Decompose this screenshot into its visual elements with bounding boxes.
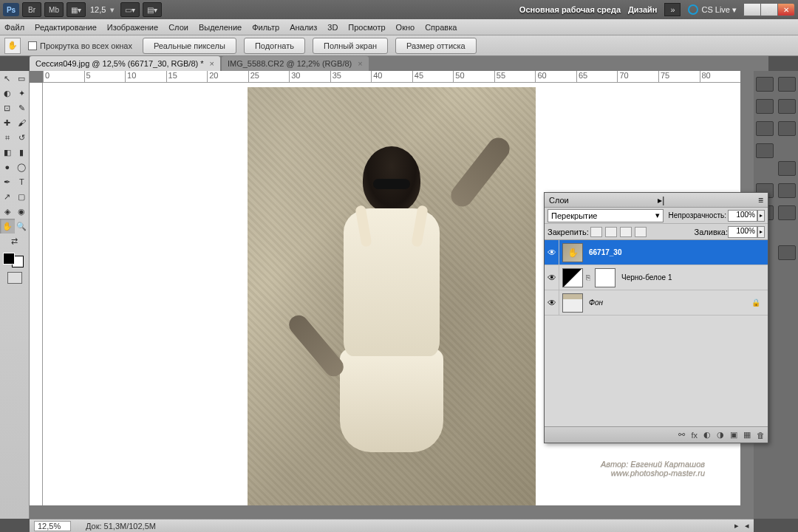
menu-help[interactable]: Справка [425,23,457,32]
menu-analysis[interactable]: Анализ [290,23,317,32]
gradient-tool[interactable]: ▮ [15,145,30,160]
panel-button[interactable] [756,99,774,114]
full-screen-button[interactable]: Полный экран [313,38,388,54]
lock-pixels-button[interactable] [605,227,617,237]
workspace-design[interactable]: Дизайн [628,5,657,14]
layer-name[interactable]: Фон [586,299,751,307]
arrange-docs-button[interactable]: ▦▾ [66,2,86,17]
panel-button[interactable] [778,161,796,176]
panel-button[interactable] [778,183,796,198]
layer-row[interactable]: 👁 Фон 🔒 [545,290,768,316]
layer-name[interactable]: 66717_30 [586,248,768,256]
fill-input[interactable]: 100% [728,226,757,238]
stamp-tool[interactable]: ⌗ [0,130,15,145]
visibility-toggle-icon[interactable]: 👁 [545,240,559,265]
visibility-toggle-icon[interactable]: 👁 [545,265,559,290]
document-tab[interactable]: IMG_5588.CR2 @ 12,2% (RGB/8) × [222,56,369,71]
menu-edit[interactable]: Редактирование [35,23,97,32]
layer-thumbnail[interactable]: ✋ [562,243,583,262]
hand-tool-icon[interactable]: ✋ [4,38,21,54]
cslive-button[interactable]: CS Live ▾ [688,4,737,15]
adjustment-layer-button[interactable]: ◑ [717,430,724,440]
workspace-label[interactable]: Основная рабочая среда [519,5,621,14]
document-tab-active[interactable]: Сессия049.jpg @ 12,5% (66717_30, RGB/8) … [30,56,220,71]
3d-tool[interactable]: ◈ [0,204,15,219]
blend-mode-select[interactable]: Перекрытие▾ [548,209,664,222]
panel-button[interactable] [778,205,796,220]
wand-tool[interactable]: ✦ [15,86,30,100]
swap-colors-icon[interactable]: ⇄ [0,233,29,248]
chevron-down-icon[interactable]: ▾ [110,5,115,15]
maximize-button[interactable]: ▢ [760,3,778,16]
layer-name[interactable]: Черно-белое 1 [618,273,768,282]
lasso-tool[interactable]: ◐ [0,86,15,100]
add-mask-button[interactable]: ◐ [703,430,711,440]
lock-position-button[interactable] [620,227,632,237]
scroll-left-icon[interactable]: ◂ [745,521,749,531]
extras-button[interactable]: ▤▾ [143,2,162,17]
opacity-flyout-button[interactable]: ▸ [757,210,765,222]
menu-file[interactable]: Файл [4,23,24,32]
eraser-tool[interactable]: ◧ [0,145,15,160]
shape-tool[interactable]: ▢ [15,189,30,204]
layers-panel-tab[interactable]: Слои ▸| ≡ [545,193,768,208]
scroll-all-checkbox[interactable] [28,41,37,50]
type-tool[interactable]: T [15,174,30,189]
layer-row[interactable]: 👁 ✋ 66717_30 [545,240,768,265]
move-tool[interactable]: ↖ [0,71,15,86]
tab-close-icon[interactable]: × [210,59,214,68]
zoom-field[interactable]: 12,5% [34,521,71,531]
fit-screen-button[interactable]: Подогнать [244,38,305,54]
layer-row[interactable]: 👁 ⎘ Черно-белое 1 [545,265,768,290]
adjustment-thumbnail[interactable] [562,268,583,287]
history-brush-tool[interactable]: ↺ [15,130,30,145]
panel-button[interactable] [778,77,796,92]
menu-filter[interactable]: Фильтр [252,23,279,32]
fg-color-swatch[interactable] [3,253,15,265]
panel-button[interactable] [756,143,774,158]
eyedropper-tool[interactable]: ✎ [15,100,30,115]
marquee-tool[interactable]: ▭ [15,71,30,86]
layer-thumbnail[interactable] [562,293,583,313]
actual-pixels-button[interactable]: Реальные пикселы [143,38,236,54]
fx-button[interactable]: fx [691,431,698,440]
hand-tool[interactable]: ✋ [0,219,15,233]
lock-all-button[interactable] [635,227,647,237]
menu-window[interactable]: Окно [396,23,415,32]
crop-tool[interactable]: ⊡ [0,100,15,115]
bridge-button[interactable]: Br [22,2,41,17]
close-button[interactable]: ✕ [777,3,795,16]
panel-button[interactable] [778,121,796,136]
group-button[interactable]: ▣ [730,430,737,440]
minimize-button[interactable]: – [743,3,761,16]
color-swatches[interactable] [3,253,24,267]
menu-layers[interactable]: Слои [168,23,188,32]
brush-tool[interactable]: 🖌 [15,115,30,130]
zoom-tool[interactable]: 🔍 [15,219,30,233]
panel-button[interactable] [756,121,774,136]
panel-menu-icon[interactable]: ≡ [758,195,763,205]
visibility-toggle-icon[interactable]: 👁 [545,290,559,316]
link-layers-button[interactable]: ⚯ [678,430,685,440]
menu-select[interactable]: Выделение [199,23,242,32]
menu-3d[interactable]: 3D [327,23,338,32]
delete-layer-button[interactable]: 🗑 [757,431,765,440]
menu-view[interactable]: Просмотр [348,23,385,32]
panel-button[interactable] [778,245,796,260]
menu-image[interactable]: Изображение [107,23,158,32]
panel-button[interactable] [756,77,774,92]
workspace-more-button[interactable]: » [664,3,681,16]
dodge-tool[interactable]: ◯ [15,160,30,174]
fill-flyout-button[interactable]: ▸ [757,226,765,238]
tab-close-icon[interactable]: × [358,59,362,68]
status-flyout-icon[interactable]: ▸ [734,521,739,531]
zoom-level-display[interactable]: 12,5 [90,5,106,14]
mask-thumbnail[interactable] [595,268,615,287]
path-tool[interactable]: ↗ [0,189,15,204]
opacity-input[interactable]: 100% [728,210,757,222]
new-layer-button[interactable]: ▦ [743,430,751,440]
blur-tool[interactable]: ● [0,160,15,174]
quickmask-button[interactable] [7,272,22,284]
panel-button[interactable] [778,99,796,114]
3d-cam-tool[interactable]: ◉ [15,204,30,219]
